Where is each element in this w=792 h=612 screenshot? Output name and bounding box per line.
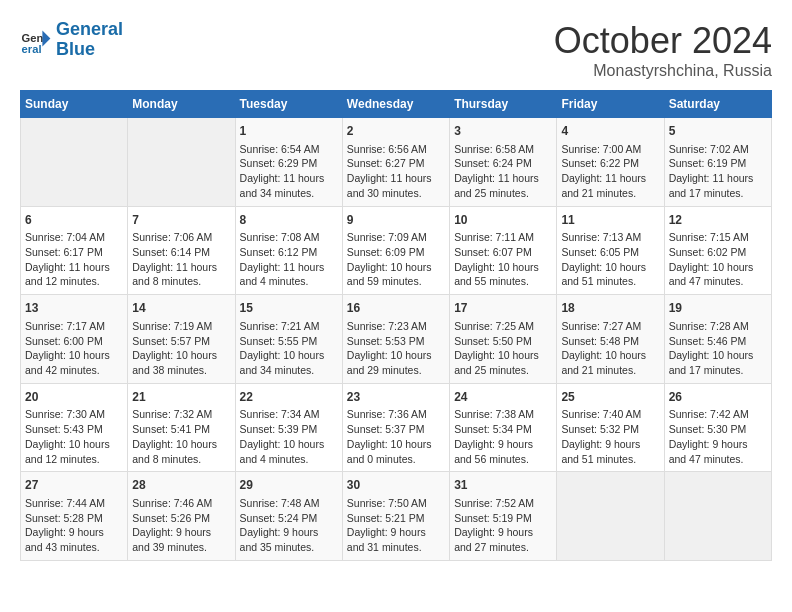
day-info: Sunrise: 6:54 AM bbox=[240, 142, 338, 157]
day-info: Daylight: 10 hours bbox=[240, 348, 338, 363]
day-info: Sunset: 5:34 PM bbox=[454, 422, 552, 437]
day-number: 1 bbox=[240, 123, 338, 140]
day-info: Sunset: 5:26 PM bbox=[132, 511, 230, 526]
day-number: 20 bbox=[25, 389, 123, 406]
day-info: Sunset: 5:37 PM bbox=[347, 422, 445, 437]
calendar-cell: 16Sunrise: 7:23 AMSunset: 5:53 PMDayligh… bbox=[342, 295, 449, 384]
day-info: Sunrise: 7:25 AM bbox=[454, 319, 552, 334]
day-number: 23 bbox=[347, 389, 445, 406]
day-info: and 12 minutes. bbox=[25, 274, 123, 289]
day-info: and 27 minutes. bbox=[454, 540, 552, 555]
day-info: Daylight: 11 hours bbox=[25, 260, 123, 275]
day-info: Daylight: 9 hours bbox=[669, 437, 767, 452]
svg-text:Gen: Gen bbox=[22, 31, 44, 43]
calendar-cell bbox=[664, 472, 771, 561]
day-info: Sunset: 6:24 PM bbox=[454, 156, 552, 171]
day-number: 19 bbox=[669, 300, 767, 317]
calendar-cell: 20Sunrise: 7:30 AMSunset: 5:43 PMDayligh… bbox=[21, 383, 128, 472]
day-info: Sunset: 5:50 PM bbox=[454, 334, 552, 349]
weekday-header-saturday: Saturday bbox=[664, 91, 771, 118]
day-info: Sunrise: 7:02 AM bbox=[669, 142, 767, 157]
day-info: and 39 minutes. bbox=[132, 540, 230, 555]
calendar-cell: 25Sunrise: 7:40 AMSunset: 5:32 PMDayligh… bbox=[557, 383, 664, 472]
day-info: Sunrise: 7:15 AM bbox=[669, 230, 767, 245]
day-info: Sunrise: 7:00 AM bbox=[561, 142, 659, 157]
calendar-cell: 14Sunrise: 7:19 AMSunset: 5:57 PMDayligh… bbox=[128, 295, 235, 384]
day-info: Sunset: 5:55 PM bbox=[240, 334, 338, 349]
calendar-cell: 1Sunrise: 6:54 AMSunset: 6:29 PMDaylight… bbox=[235, 118, 342, 207]
day-info: and 47 minutes. bbox=[669, 452, 767, 467]
calendar-cell: 9Sunrise: 7:09 AMSunset: 6:09 PMDaylight… bbox=[342, 206, 449, 295]
day-info: Sunrise: 7:32 AM bbox=[132, 407, 230, 422]
calendar-cell: 31Sunrise: 7:52 AMSunset: 5:19 PMDayligh… bbox=[450, 472, 557, 561]
day-info: Daylight: 10 hours bbox=[25, 348, 123, 363]
calendar-cell: 27Sunrise: 7:44 AMSunset: 5:28 PMDayligh… bbox=[21, 472, 128, 561]
day-info: and 29 minutes. bbox=[347, 363, 445, 378]
day-number: 29 bbox=[240, 477, 338, 494]
week-row-5: 27Sunrise: 7:44 AMSunset: 5:28 PMDayligh… bbox=[21, 472, 772, 561]
day-info: and 42 minutes. bbox=[25, 363, 123, 378]
day-info: Daylight: 10 hours bbox=[454, 260, 552, 275]
day-info: Daylight: 9 hours bbox=[25, 525, 123, 540]
day-info: Sunset: 5:28 PM bbox=[25, 511, 123, 526]
calendar-cell: 4Sunrise: 7:00 AMSunset: 6:22 PMDaylight… bbox=[557, 118, 664, 207]
calendar-cell: 3Sunrise: 6:58 AMSunset: 6:24 PMDaylight… bbox=[450, 118, 557, 207]
day-number: 28 bbox=[132, 477, 230, 494]
calendar-cell: 7Sunrise: 7:06 AMSunset: 6:14 PMDaylight… bbox=[128, 206, 235, 295]
day-info: Sunset: 5:19 PM bbox=[454, 511, 552, 526]
day-info: Sunset: 6:12 PM bbox=[240, 245, 338, 260]
calendar-cell bbox=[128, 118, 235, 207]
day-info: Sunset: 5:21 PM bbox=[347, 511, 445, 526]
day-number: 16 bbox=[347, 300, 445, 317]
calendar-cell: 19Sunrise: 7:28 AMSunset: 5:46 PMDayligh… bbox=[664, 295, 771, 384]
day-info: and 30 minutes. bbox=[347, 186, 445, 201]
logo-icon: Gen eral bbox=[20, 24, 52, 56]
day-info: and 56 minutes. bbox=[454, 452, 552, 467]
day-info: and 25 minutes. bbox=[454, 186, 552, 201]
day-info: and 47 minutes. bbox=[669, 274, 767, 289]
day-info: Sunset: 6:09 PM bbox=[347, 245, 445, 260]
page-header: Gen eral GeneralBlue October 2024 Monast… bbox=[20, 20, 772, 80]
week-row-1: 1Sunrise: 6:54 AMSunset: 6:29 PMDaylight… bbox=[21, 118, 772, 207]
day-info: Daylight: 10 hours bbox=[25, 437, 123, 452]
day-info: Sunrise: 7:06 AM bbox=[132, 230, 230, 245]
day-info: Daylight: 10 hours bbox=[669, 348, 767, 363]
day-info: Sunrise: 7:08 AM bbox=[240, 230, 338, 245]
svg-marker-2 bbox=[42, 30, 50, 46]
day-info: Sunset: 6:19 PM bbox=[669, 156, 767, 171]
day-number: 7 bbox=[132, 212, 230, 229]
logo: Gen eral GeneralBlue bbox=[20, 20, 123, 60]
day-info: Daylight: 10 hours bbox=[240, 437, 338, 452]
day-info: Daylight: 9 hours bbox=[347, 525, 445, 540]
day-info: and 25 minutes. bbox=[454, 363, 552, 378]
weekday-header-sunday: Sunday bbox=[21, 91, 128, 118]
day-info: Sunrise: 7:42 AM bbox=[669, 407, 767, 422]
day-info: Sunrise: 7:40 AM bbox=[561, 407, 659, 422]
day-info: Sunset: 5:57 PM bbox=[132, 334, 230, 349]
calendar-cell: 24Sunrise: 7:38 AMSunset: 5:34 PMDayligh… bbox=[450, 383, 557, 472]
day-info: and 12 minutes. bbox=[25, 452, 123, 467]
svg-text:eral: eral bbox=[22, 43, 42, 55]
day-info: and 8 minutes. bbox=[132, 274, 230, 289]
day-number: 21 bbox=[132, 389, 230, 406]
day-info: Sunrise: 6:56 AM bbox=[347, 142, 445, 157]
day-info: and 31 minutes. bbox=[347, 540, 445, 555]
day-info: and 38 minutes. bbox=[132, 363, 230, 378]
calendar-cell: 23Sunrise: 7:36 AMSunset: 5:37 PMDayligh… bbox=[342, 383, 449, 472]
day-info: Daylight: 9 hours bbox=[240, 525, 338, 540]
day-info: Sunset: 5:48 PM bbox=[561, 334, 659, 349]
day-info: Sunrise: 7:46 AM bbox=[132, 496, 230, 511]
calendar-cell: 6Sunrise: 7:04 AMSunset: 6:17 PMDaylight… bbox=[21, 206, 128, 295]
day-number: 12 bbox=[669, 212, 767, 229]
day-info: Sunrise: 7:38 AM bbox=[454, 407, 552, 422]
day-info: and 4 minutes. bbox=[240, 274, 338, 289]
day-number: 3 bbox=[454, 123, 552, 140]
day-info: Daylight: 10 hours bbox=[132, 437, 230, 452]
day-info: Sunrise: 7:52 AM bbox=[454, 496, 552, 511]
calendar-cell: 15Sunrise: 7:21 AMSunset: 5:55 PMDayligh… bbox=[235, 295, 342, 384]
day-info: Sunset: 6:02 PM bbox=[669, 245, 767, 260]
day-number: 13 bbox=[25, 300, 123, 317]
day-info: Sunset: 6:14 PM bbox=[132, 245, 230, 260]
day-number: 25 bbox=[561, 389, 659, 406]
day-info: Sunset: 6:00 PM bbox=[25, 334, 123, 349]
